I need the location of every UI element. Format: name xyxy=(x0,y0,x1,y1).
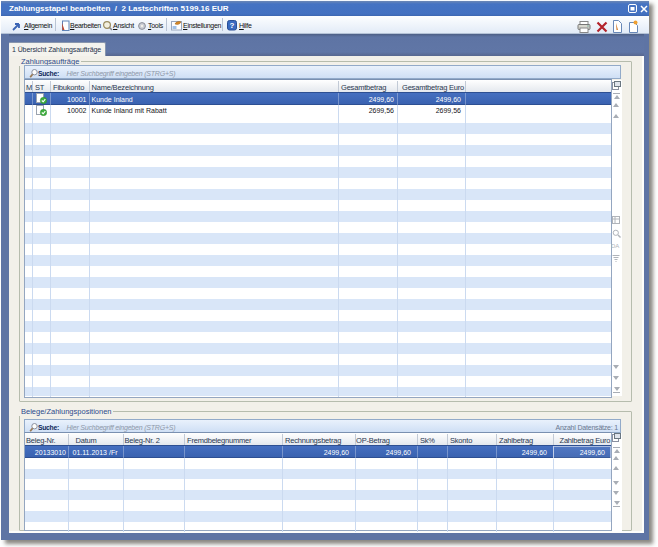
svg-text:?: ? xyxy=(230,21,235,30)
